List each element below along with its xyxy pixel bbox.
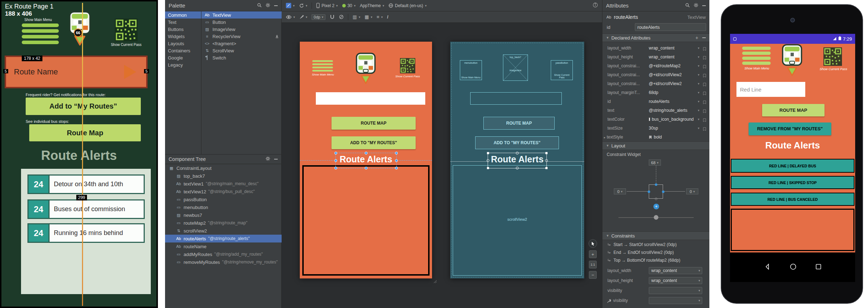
bus-icon[interactable] xyxy=(355,52,376,84)
blueprint-routename-input[interactable] xyxy=(470,92,562,105)
bottom-anchor[interactable] xyxy=(655,198,657,200)
orientation-selector[interactable]: ▾ xyxy=(299,3,308,8)
visibility-select[interactable]: ▾ xyxy=(649,287,702,294)
hamburger-menu-icon[interactable] xyxy=(312,60,333,72)
info-icon[interactable] xyxy=(593,2,598,9)
qr-code-icon[interactable] xyxy=(400,58,415,73)
tree-item-removemyroutes[interactable]: ▭removeMyRoutes"@string/remove_my_routes… xyxy=(165,258,282,266)
add-attribute-icon[interactable]: + xyxy=(695,35,698,41)
alert-button[interactable]: RED LINE | DELAYED BUS xyxy=(731,159,854,173)
tree-item-newbus7[interactable]: ▨newbus7 xyxy=(165,211,282,219)
tree-item-addmyroutes[interactable]: ▭addMyRoutes"@string/add_my_routes" xyxy=(165,250,282,258)
zoom-fit-button[interactable]: 1:1 xyxy=(589,261,597,268)
palette-category-common[interactable]: Common xyxy=(165,11,201,19)
palette-item-scrollview[interactable]: ⇅ScrollView xyxy=(201,47,282,54)
locale-selector[interactable]: Default (en-us)▾ xyxy=(389,3,427,8)
resize-grip-icon[interactable] xyxy=(433,279,437,283)
layout-section[interactable]: ▼Layout xyxy=(602,141,709,150)
remove-attribute-icon[interactable] xyxy=(702,37,706,38)
id-input[interactable]: routeAlerts xyxy=(635,23,706,31)
attribute-row[interactable]: layout_constrai...@+id/routeMap2▾ xyxy=(602,61,709,70)
palette-category-text[interactable]: Text xyxy=(165,19,201,26)
clear-constraints-icon[interactable] xyxy=(339,15,344,19)
attribute-row[interactable]: layout_constrai...@+id/scrollView2▾ xyxy=(602,79,709,88)
attribute-row[interactable]: text@string/route_alerts▾ xyxy=(602,106,709,115)
attribute-row[interactable]: layout_heightwrap_content▾ xyxy=(602,52,709,61)
minimize-icon[interactable] xyxy=(274,159,278,160)
bias-slider-knob[interactable] xyxy=(654,215,658,220)
palette-item-switch[interactable]: Switch xyxy=(201,54,282,61)
left-margin-selector[interactable]: 0▾ xyxy=(614,188,626,194)
top-anchor[interactable] xyxy=(655,183,657,186)
blueprint-canvas[interactable]: menubutton Show Main Menu top_back7 imag… xyxy=(450,42,584,278)
download-icon[interactable] xyxy=(275,34,279,39)
tree-item-top-back7[interactable]: ▨top_back7 xyxy=(165,172,282,180)
constraints-section[interactable]: ▼Constraints xyxy=(602,231,709,240)
guidelines-icon[interactable]: ▥▾ xyxy=(353,14,360,20)
palette-item-fragment[interactable]: <><fragment> xyxy=(201,40,282,47)
minimize-icon[interactable] xyxy=(702,5,706,6)
palette-category-containers[interactable]: Containers xyxy=(165,47,201,54)
palette-category-layouts[interactable]: Layouts xyxy=(165,40,201,47)
layout-height-select[interactable]: wrap_content▾ xyxy=(649,277,702,284)
declared-attributes-section[interactable]: ▼Declared Attributes + xyxy=(602,33,709,42)
home-button[interactable] xyxy=(790,263,797,272)
top-margin-selector[interactable]: 68▾ xyxy=(649,160,661,166)
right-margin-selector[interactable]: 0▾ xyxy=(686,188,698,194)
pan-button[interactable] xyxy=(589,239,597,248)
design-pass-label[interactable]: Show Current Pass xyxy=(391,75,425,78)
palette-item-textview[interactable]: AbTextView xyxy=(201,11,282,19)
remove-routes-button[interactable]: REMOVE FROM "MY ROUTES" xyxy=(749,122,831,135)
tree-item-constraintlayout[interactable]: ▦ConstraintLayout xyxy=(165,164,282,172)
tree-item-routemap2[interactable]: ▭routeMap2"@string/route_map" xyxy=(165,219,282,227)
qr-code-button[interactable] xyxy=(823,47,842,66)
tree-item-passbutton[interactable]: ▭passButton xyxy=(165,195,282,203)
api-selector[interactable]: 30▾ xyxy=(342,3,356,8)
attribute-row[interactable]: layout_constrai...@+id/scrollView2▾ xyxy=(602,70,709,79)
route-map-button[interactable]: ROUTE MAP xyxy=(332,117,416,130)
route-name-input[interactable]: Red Line xyxy=(736,82,805,97)
tools-visibility-select[interactable]: ▾ xyxy=(649,297,702,304)
widget-square[interactable] xyxy=(649,184,663,199)
gear-icon[interactable] xyxy=(694,2,698,9)
alert-button[interactable]: RED LINE | BUS CANCELED xyxy=(731,193,854,206)
design-canvas[interactable]: Show Main Menu Show Current Pass xyxy=(300,42,432,278)
blueprint-route-map-button[interactable]: ROUTE MAP xyxy=(483,117,555,130)
palette-category-buttons[interactable]: Buttons xyxy=(165,26,201,33)
constraint-item[interactable]: Top → BottomOf routeMap2 (68dp) xyxy=(602,256,709,264)
add-constraint-button[interactable]: + xyxy=(653,204,659,209)
default-margin-selector[interactable]: 0dp▾ xyxy=(312,14,325,20)
selection-box[interactable] xyxy=(335,153,397,168)
device-selector[interactable]: Pixel 2▾ xyxy=(316,3,338,8)
end-anchor[interactable] xyxy=(662,190,664,193)
paint-icon[interactable]: ▾ xyxy=(299,15,308,19)
zoom-out-button[interactable]: − xyxy=(589,271,597,279)
magnet-icon[interactable] xyxy=(330,15,335,20)
start-anchor[interactable] xyxy=(648,190,650,193)
scrollview-area[interactable] xyxy=(731,209,854,251)
scrollview-box[interactable] xyxy=(302,165,430,276)
gear-icon[interactable] xyxy=(266,156,270,162)
palette-category-legacy[interactable]: Legacy xyxy=(165,61,201,68)
route-map-button[interactable]: ROUTE MAP xyxy=(762,104,825,116)
tree-item-scrollview2[interactable]: ⇅scrollView2 xyxy=(165,227,282,235)
attribute-row-textstyle[interactable]: ▸ textStylebold xyxy=(602,132,709,141)
attribute-row[interactable]: textSize30sp▾ xyxy=(602,124,709,132)
add-routes-button[interactable]: ADD TO "MY ROUTES" xyxy=(332,136,416,149)
gear-icon[interactable] xyxy=(266,2,270,9)
hamburger-menu-button[interactable] xyxy=(742,47,771,65)
blueprint-add-routes-button[interactable]: ADD TO "MY ROUTES" xyxy=(475,136,559,149)
attribute-row[interactable]: layout_widthwrap_content▾ xyxy=(602,43,709,52)
tree-item-textview12[interactable]: AbtextView12"@string/bus_pull_desc" xyxy=(165,188,282,195)
blueprint-menubutton[interactable]: menubutton Show Main Menu xyxy=(460,60,482,80)
zoom-in-button[interactable]: + xyxy=(589,250,597,258)
search-icon[interactable] xyxy=(685,2,690,9)
minimize-icon[interactable] xyxy=(274,5,278,6)
selection-box[interactable] xyxy=(488,153,547,168)
design-mode-selector[interactable]: ▾ xyxy=(286,3,295,8)
blueprint-scrollview[interactable]: scrollView2 xyxy=(453,165,582,276)
constraint-item[interactable]: End → EndOf scrollView2 (0dp) xyxy=(602,249,709,256)
tree-item-menubutton[interactable]: ▭menubutton xyxy=(165,203,282,211)
view-options-eye-icon[interactable]: ▾ xyxy=(286,15,295,19)
tree-item-textview1[interactable]: AbtextView1"@string/main_menu_desc" xyxy=(165,180,282,188)
